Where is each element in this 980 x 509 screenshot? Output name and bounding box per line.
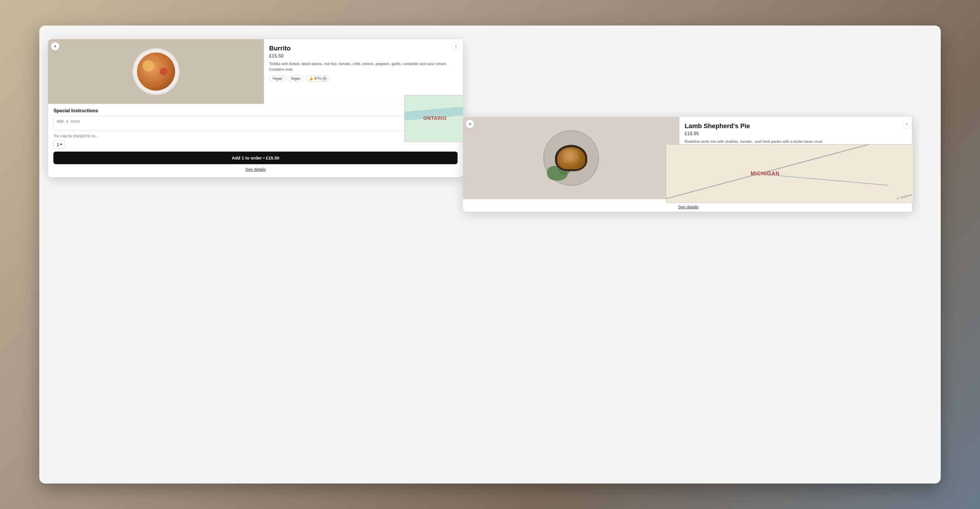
burrito-price: £15.50 (269, 53, 458, 59)
ontario-map-overlay: ONTARIO (404, 95, 463, 142)
burrito-info: Burrito £15.50 Tortilla with Ackee, blac… (264, 39, 463, 104)
shepherds-image (463, 117, 679, 199)
add-to-order-button[interactable]: Add 1 to order • £15.50 (53, 152, 458, 164)
shepherds-see-details-link[interactable]: See details (465, 205, 912, 209)
pie-dish (555, 145, 587, 171)
burrito-image (48, 39, 264, 104)
shepherds-title: Lamb Shepherd's Pie (685, 122, 908, 130)
thumbs-up-icon: 👍 (309, 76, 313, 81)
burrito-close-button[interactable]: × (51, 42, 59, 51)
michigan-map-overlay: MICHIGAN E Saginaw (666, 144, 914, 203)
burrito-body: Special Instructions You may be charged … (48, 104, 463, 177)
burrito-plate-illustration (48, 39, 264, 104)
burrito-share-button[interactable]: ↑ (452, 42, 460, 51)
shepherds-modal: × ↑ Lamb Shepherd's Pie £16.95 Re (463, 117, 914, 212)
plate-circle-2 (543, 130, 599, 186)
shepherds-plate-illustration (463, 117, 679, 199)
food-illustration (137, 52, 175, 90)
map-road-1 (666, 144, 914, 203)
pie-top (557, 147, 585, 169)
road-label: E Saginaw (896, 193, 912, 200)
special-instructions-title: Special Instructions (53, 108, 458, 113)
share-icon: ↑ (455, 44, 457, 49)
see-details-link[interactable]: See details (53, 167, 458, 172)
burrito-tags: Vegan Vegan 👍 87% (8) (269, 75, 458, 82)
note-input[interactable] (53, 116, 458, 131)
close-icon: × (54, 44, 56, 49)
tag-vegan-2: Vegan (288, 75, 304, 82)
share-icon: ↑ (906, 122, 908, 126)
tag-rating: 👍 87% (8) (305, 75, 330, 82)
close-icon: × (469, 122, 471, 126)
burrito-content-row: Burrito £15.50 Tortilla with Ackee, blac… (48, 39, 463, 104)
burrito-title: Burrito (269, 44, 458, 52)
tag-vegan-1: Vegan (269, 75, 286, 82)
burrito-modal: × ↑ Burrito £15.50 Tortilla with Ackee, … (48, 39, 463, 177)
shepherds-price: £16.95 (685, 131, 908, 136)
burrito-description: Tortilla with Ackee, black beans, red ri… (269, 61, 458, 73)
charge-note: You may be charged for ex… (53, 134, 458, 138)
ontario-map-label: ONTARIO (423, 116, 447, 121)
quantity-select[interactable]: 1 2 3 (53, 140, 65, 149)
shepherds-description: Redefine lamb mix with shallots, tomato … (685, 139, 908, 144)
plate-circle (133, 48, 180, 95)
michigan-map-label: MICHIGAN (751, 171, 780, 177)
map-road-2 (765, 174, 888, 186)
